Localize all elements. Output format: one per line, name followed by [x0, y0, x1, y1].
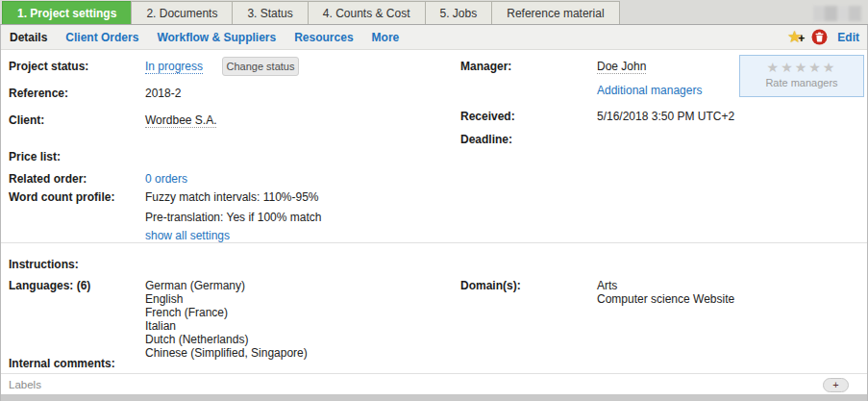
- reference-label: Reference:: [9, 87, 68, 100]
- manager-value[interactable]: Doe John: [597, 60, 646, 74]
- internal-comments-label: Internal comments:: [9, 357, 115, 370]
- change-status-button[interactable]: Change status: [222, 57, 299, 76]
- language-item: English: [145, 292, 308, 306]
- languages-label: Languages: (6): [9, 279, 90, 292]
- subtab-client-orders[interactable]: Client Orders: [65, 31, 138, 44]
- project-status-value-link[interactable]: In progress: [145, 60, 203, 74]
- domains-label: Domain(s):: [460, 279, 521, 292]
- received-label: Received:: [460, 110, 515, 123]
- trash-icon: [811, 29, 828, 45]
- additional-managers-link[interactable]: Additional managers: [597, 84, 702, 97]
- rating-stars-icon[interactable]: ★★★★★: [740, 60, 863, 75]
- client-label: Client:: [9, 113, 44, 127]
- domain-item: Computer science Website: [597, 292, 734, 306]
- subtab-details[interactable]: Details: [10, 31, 47, 44]
- star-icon: ★+: [787, 28, 802, 46]
- related-order-link[interactable]: 0 orders: [145, 172, 187, 186]
- section-divider: [1, 242, 867, 243]
- rate-managers-label: Rate managers: [740, 77, 863, 88]
- favorite-star-plus-icon[interactable]: ★+: [787, 29, 802, 45]
- project-status-label: Project status:: [9, 60, 88, 73]
- language-item: German (Germany): [145, 279, 308, 292]
- instructions-label: Instructions:: [9, 258, 79, 271]
- client-value[interactable]: Wordbee S.A.: [145, 113, 216, 128]
- tab-project-settings[interactable]: 1. Project settings: [2, 1, 132, 24]
- subtab-more[interactable]: More: [372, 31, 400, 44]
- language-item: Dutch (Netherlands): [145, 333, 308, 346]
- rate-managers-box[interactable]: ★★★★★ Rate managers: [739, 55, 864, 97]
- related-order-label: Related order:: [9, 172, 87, 186]
- sub-tab-bar: Details Client Orders Workflow & Supplie…: [1, 25, 867, 50]
- project-settings-panel: Details Client Orders Workflow & Supplie…: [0, 25, 868, 401]
- edit-button[interactable]: Edit: [837, 31, 859, 44]
- subtab-resources[interactable]: Resources: [294, 31, 353, 44]
- language-item: Italian: [145, 319, 308, 333]
- labels-bar-divider: [1, 373, 867, 374]
- language-item: Chinese (Simplified, Singapore): [145, 346, 308, 360]
- received-value: 5/16/2018 3:50 PM UTC+2: [597, 110, 734, 123]
- main-tab-bar: 1. Project settings 2. Documents 3. Stat…: [0, 0, 868, 25]
- tab-status[interactable]: 3. Status: [232, 1, 308, 24]
- word-count-profile-label: Word count profile:: [9, 190, 114, 204]
- tab-jobs[interactable]: 5. Jobs: [425, 1, 493, 24]
- tab-documents[interactable]: 2. Documents: [131, 1, 233, 24]
- domain-item: Arts: [597, 279, 734, 292]
- tab-reference-material[interactable]: Reference material: [491, 1, 619, 24]
- language-item: French (France): [145, 306, 308, 319]
- delete-project-button[interactable]: [811, 29, 828, 45]
- word-count-profile-line2: Pre-translation: Yes if 100% match: [145, 211, 321, 224]
- redacted-blur-region: [813, 6, 861, 21]
- price-list-label: Price list:: [9, 150, 61, 163]
- manager-label: Manager:: [460, 60, 511, 73]
- word-count-profile-line1: Fuzzy match intervals: 110%-95%: [145, 190, 319, 204]
- add-label-button[interactable]: +: [823, 378, 849, 392]
- subtab-workflow-suppliers[interactable]: Workflow & Suppliers: [157, 31, 276, 44]
- show-all-settings-link[interactable]: show all settings: [145, 229, 230, 242]
- languages-list: German (Germany) English French (France)…: [145, 279, 308, 360]
- tab-counts-cost[interactable]: 4. Counts & Cost: [308, 1, 426, 24]
- labels-bar-title: Labels: [9, 379, 41, 390]
- bottom-scroll-strip[interactable]: [1, 394, 867, 401]
- reference-value: 2018-2: [145, 87, 181, 100]
- deadline-label: Deadline:: [460, 133, 512, 146]
- domains-list: Arts Computer science Website: [597, 279, 734, 306]
